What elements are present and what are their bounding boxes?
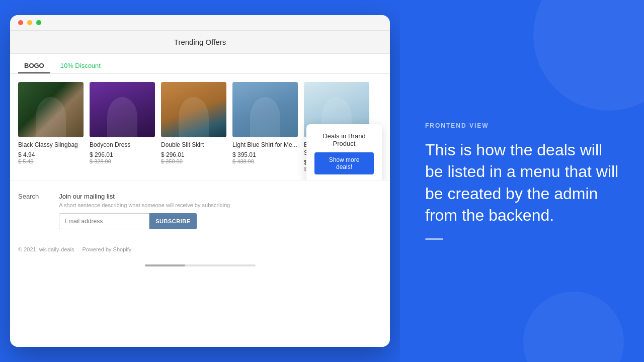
tab-bogo[interactable]: BOGO [18,59,50,73]
frontend-view-label: FRONTEND VIEW [425,122,619,129]
product-price-4: $ 395.01 [232,151,298,158]
accent-line [425,238,443,240]
product-card-1[interactable]: Black Classy Slingbag $ 4.94 $ 5.49 [18,82,84,172]
powered-by-text: Powered by Shopify [82,246,131,252]
product-card-4[interactable]: Light Blue Shirt for Me... $ 395.01 $ 43… [232,82,298,172]
products-row-wrapper: Black Classy Slingbag $ 4.94 $ 5.49 Body… [10,74,390,180]
product-original-price-4: $ 438.90 [232,158,298,164]
email-subscribe-row: SUBSCRIBE [59,213,382,229]
subscribe-button[interactable]: SUBSCRIBE [149,213,196,229]
products-area: Black Classy Slingbag $ 4.94 $ 5.49 Body… [10,74,390,270]
product-image-2 [90,82,155,137]
tabs-row: BOGO 10% Discount [10,54,390,74]
left-panel: Trending Offers BOGO 10% Discount Black … [0,0,400,362]
browser-content: Trending Offers BOGO 10% Discount Black … [10,31,390,347]
product-price-1: $ 4.94 [18,151,84,158]
product-price-3: $ 296.01 [161,151,226,158]
footer-bottom: © 2021, wk-daily-deals Powered by Shopif… [10,241,390,260]
close-dot [18,20,23,25]
mailing-description: A short sentence describing what someone… [59,202,382,208]
product-name-1: Black Classy Slingbag [18,141,84,149]
scroll-thumb [145,264,185,266]
main-description: This is how the deals will be listed in … [425,139,619,226]
footer-section: Search Join our mailing list A short sen… [10,180,390,241]
trending-offers-title: Trending Offers [174,38,226,46]
product-image-3 [161,82,226,137]
product-name-3: Double Slit Skirt [161,141,226,149]
trending-offers-header: Trending Offers [10,31,390,54]
tab-discount[interactable]: 10% Discount [54,59,107,73]
email-input[interactable] [59,213,149,229]
product-image-1 [18,82,84,137]
footer-mailing: Join our mailing list A short sentence d… [59,193,382,229]
footer-search-link[interactable]: Search [18,193,39,229]
popup-card: Deals in Brand Product Show more deals! [306,124,382,180]
browser-window: Trending Offers BOGO 10% Discount Black … [10,15,390,347]
product-name-4: Light Blue Shirt for Me... [232,141,298,149]
product-price-2: $ 296.01 [90,151,155,158]
product-card-2[interactable]: Bodycon Dress $ 296.01 $ 328.90 [90,82,155,172]
popup-card-title: Deals in Brand Product [314,132,374,147]
copyright-text: © 2021, wk-daily-deals [18,246,74,252]
scroll-indicator [10,260,390,270]
mailing-title: Join our mailing list [59,193,382,200]
browser-chrome [10,15,390,31]
product-name-2: Bodycon Dress [90,141,155,149]
product-original-price-3: $ 350.00 [161,158,226,164]
product-original-price-2: $ 328.90 [90,158,155,164]
maximize-dot [36,20,41,25]
product-card-3[interactable]: Double Slit Skirt $ 296.01 $ 350.00 [161,82,226,172]
show-more-deals-button[interactable]: Show more deals! [314,152,374,174]
product-original-price-1: $ 5.49 [18,158,84,164]
scroll-track [145,264,256,266]
right-panel: FRONTEND VIEW This is how the deals will… [400,0,644,362]
minimize-dot [27,20,32,25]
product-image-4 [232,82,298,137]
